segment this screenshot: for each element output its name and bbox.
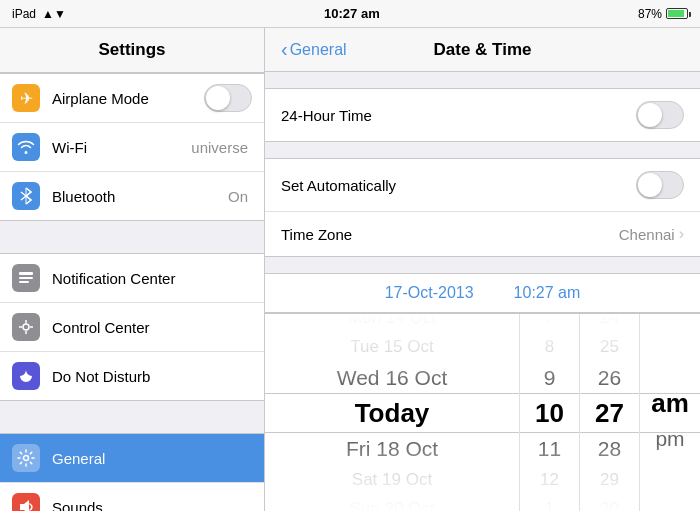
sidebar-item-bluetooth[interactable]: Bluetooth On (0, 172, 264, 220)
notification-center-label: Notification Center (52, 270, 252, 287)
airplane-mode-toggle[interactable] (204, 84, 252, 112)
status-right: 87% (638, 7, 688, 21)
picker-min-3: 27 (580, 394, 639, 432)
battery-pct: 87% (638, 7, 662, 21)
datetime-picker[interactable]: Mon 14 Oct Tue 15 Oct Wed 16 Oct Today F… (265, 313, 700, 511)
wifi-label: Wi-Fi (52, 139, 191, 156)
set-automatically-row[interactable]: Set Automatically (265, 159, 700, 212)
sidebar-title: Settings (0, 28, 264, 73)
general-label: General (52, 450, 252, 467)
picker-ampm-5 (640, 455, 700, 467)
svg-rect-2 (19, 272, 33, 275)
sidebar-group-2: Notification Center Control Center (0, 253, 264, 401)
picker-col-hour[interactable]: 7 8 9 10 11 12 1 (520, 314, 580, 511)
picker-min-4: 28 (580, 432, 639, 465)
time-zone-chevron-icon: › (679, 225, 684, 243)
sidebar: Settings ✈ Airplane Mode Wi-Fi (0, 28, 265, 511)
back-chevron-icon: ‹ (281, 38, 288, 61)
24hour-row[interactable]: 24-Hour Time (265, 89, 700, 141)
picker-min-6: 30 (580, 494, 639, 511)
picker-date-2: Wed 16 Oct (265, 361, 519, 394)
time-zone-label: Time Zone (281, 226, 619, 243)
sidebar-item-wifi[interactable]: Wi-Fi universe (0, 123, 264, 172)
control-center-icon (12, 313, 40, 341)
picker-date-4: Fri 18 Oct (265, 432, 519, 465)
24hour-label: 24-Hour Time (281, 107, 636, 124)
picker-ampm-4: pm (640, 422, 700, 455)
picker-ampm-1 (640, 360, 700, 372)
picker-date-0: Mon 14 Oct (265, 314, 519, 332)
airplane-mode-icon: ✈ (12, 84, 40, 112)
back-button[interactable]: ‹ General (281, 38, 347, 61)
bluetooth-label: Bluetooth (52, 188, 228, 205)
bluetooth-value: On (228, 188, 248, 205)
picker-date-1: Tue 15 Oct (265, 332, 519, 361)
battery-icon (666, 8, 688, 19)
sidebar-group-3: General Sounds (0, 433, 264, 511)
sidebar-item-airplane-mode[interactable]: ✈ Airplane Mode (0, 74, 264, 123)
sidebar-item-notification-center[interactable]: Notification Center (0, 254, 264, 303)
picker-col-minute[interactable]: 24 25 26 27 28 29 30 (580, 314, 640, 511)
picker-min-2: 26 (580, 361, 639, 394)
sidebar-item-general[interactable]: General (0, 434, 264, 483)
set-automatically-toggle[interactable] (636, 171, 684, 199)
picker-col-date[interactable]: Mon 14 Oct Tue 15 Oct Wed 16 Oct Today F… (265, 314, 520, 511)
status-left: iPad ▲▼ (12, 7, 66, 21)
picker-min-5: 29 (580, 465, 639, 494)
right-content: 24-Hour Time Set Automatically Time Zone… (265, 72, 700, 511)
picker-date-3: Today (265, 394, 519, 432)
picker-hour-2: 9 (520, 361, 579, 394)
picker-hour-6: 1 (520, 494, 579, 511)
datetime-date: 17-Oct-2013 (385, 284, 474, 302)
do-not-disturb-icon (12, 362, 40, 390)
carrier-label: iPad (12, 7, 36, 21)
time-zone-value: Chennai (619, 226, 675, 243)
svg-point-10 (24, 456, 29, 461)
picker-col-ampm[interactable]: am pm (640, 314, 700, 511)
sidebar-item-control-center[interactable]: Control Center (0, 303, 264, 352)
control-center-label: Control Center (52, 319, 252, 336)
picker-hour-5: 12 (520, 465, 579, 494)
right-panel-title: Date & Time (434, 40, 532, 60)
sidebar-item-do-not-disturb[interactable]: Do Not Disturb (0, 352, 264, 400)
svg-rect-4 (19, 281, 29, 283)
24hour-toggle[interactable] (636, 101, 684, 129)
status-bar: iPad ▲▼ 10:27 am 87% (0, 0, 700, 28)
picker-min-1: 25 (580, 332, 639, 361)
wifi-value: universe (191, 139, 248, 156)
svg-rect-3 (19, 277, 33, 279)
main-layout: Settings ✈ Airplane Mode Wi-Fi (0, 28, 700, 511)
picker-date-5: Sat 19 Oct (265, 465, 519, 494)
general-icon (12, 444, 40, 472)
back-label: General (290, 41, 347, 59)
picker-ampm-2 (640, 372, 700, 384)
right-panel: ‹ General Date & Time 24-Hour Time Set A… (265, 28, 700, 511)
sidebar-item-sounds[interactable]: Sounds (0, 483, 264, 511)
right-header: ‹ General Date & Time (265, 28, 700, 72)
picker-hour-0: 7 (520, 314, 579, 332)
airplane-mode-label: Airplane Mode (52, 90, 204, 107)
picker-hour-4: 11 (520, 432, 579, 465)
right-header-inner: ‹ General Date & Time (281, 38, 684, 61)
picker-hour-1: 8 (520, 332, 579, 361)
picker-hour-3: 10 (520, 394, 579, 432)
datetime-time: 10:27 am (514, 284, 581, 302)
picker-ampm-0 (640, 348, 700, 360)
datetime-display: 17-Oct-2013 10:27 am (265, 273, 700, 313)
notification-center-icon (12, 264, 40, 292)
svg-point-5 (23, 324, 29, 330)
sidebar-group-1: ✈ Airplane Mode Wi-Fi universe (0, 73, 264, 221)
set-automatically-label: Set Automatically (281, 177, 636, 194)
picker-ampm-6 (640, 467, 700, 479)
picker-ampm-3: am (640, 384, 700, 422)
time-zone-row[interactable]: Time Zone Chennai › (265, 212, 700, 256)
picker-min-0: 24 (580, 314, 639, 332)
24hour-group: 24-Hour Time (265, 88, 700, 142)
wifi-icon (12, 133, 40, 161)
signal-icon: ▲▼ (42, 7, 66, 21)
do-not-disturb-label: Do Not Disturb (52, 368, 252, 385)
status-time: 10:27 am (324, 6, 380, 21)
sounds-icon (12, 493, 40, 511)
bluetooth-icon (12, 182, 40, 210)
auto-timezone-group: Set Automatically Time Zone Chennai › (265, 158, 700, 257)
